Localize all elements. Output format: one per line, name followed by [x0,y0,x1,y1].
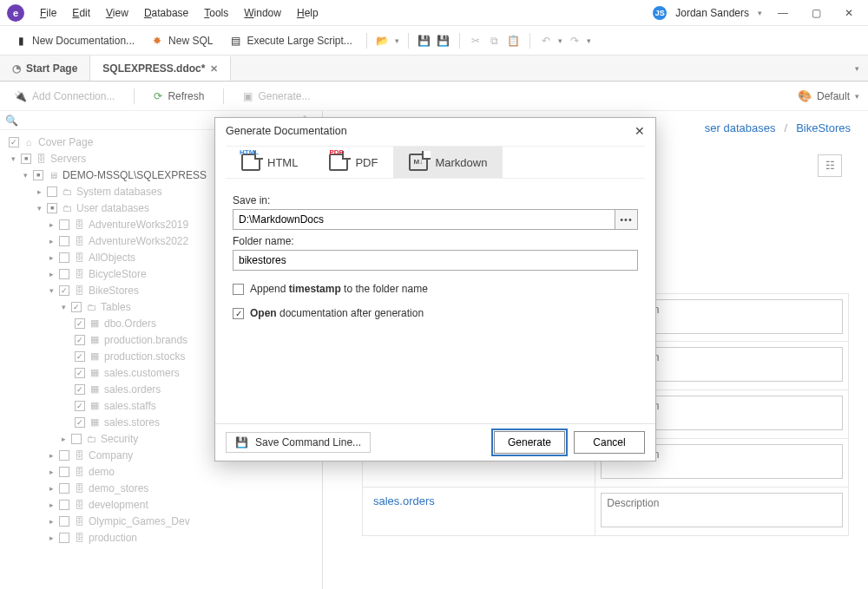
browse-button[interactable]: ••• [615,209,638,230]
expand-icon[interactable]: ▸ [47,253,56,262]
tab-overflow-icon[interactable]: ▾ [855,64,859,73]
new-sql-button[interactable]: ✸ New SQL [145,30,218,51]
user-name[interactable]: Jordan Sanders [675,7,749,19]
expand-icon[interactable]: ▸ [47,237,56,245]
theme-selector[interactable]: 🎨 Default ▾ [798,89,859,103]
checkbox[interactable] [59,500,69,510]
format-markdown-label: Markdown [435,156,487,169]
checkbox[interactable] [33,170,43,180]
window-close-button[interactable]: ✕ [837,4,861,22]
tree-db-development[interactable]: ▸🗄development [5,496,322,513]
copy-icon[interactable]: ⧉ [488,34,502,48]
undo-icon[interactable]: ↶ [539,34,553,48]
expand-icon[interactable]: ▸ [47,270,56,278]
window-maximize-button[interactable]: ▢ [804,4,828,22]
checkbox[interactable] [71,434,82,444]
checkbox[interactable] [21,154,31,164]
checkbox[interactable] [59,450,69,461]
tab-close-icon[interactable]: ✕ [210,63,218,75]
tree-db-demo_stores[interactable]: ▸🗄demo_stores [5,480,322,496]
checkbox[interactable] [75,401,85,411]
expand-icon[interactable]: ▾ [21,171,30,180]
window-minimize-button[interactable]: — [771,4,795,22]
checkbox[interactable] [75,351,85,362]
open-dropdown-icon[interactable]: ▾ [395,36,399,45]
save-icon[interactable]: 💾 [418,34,431,48]
user-avatar[interactable]: JS [653,6,667,20]
cancel-button[interactable]: Cancel [574,431,645,454]
tree-db-production[interactable]: ▸🗄production [5,529,322,546]
checkbox[interactable] [59,483,69,494]
cut-icon[interactable]: ✂ [469,34,483,48]
dialog-close-button[interactable]: ✕ [635,124,645,138]
menu-file[interactable]: File [33,3,63,23]
append-timestamp-row[interactable]: Append timestamp to the folder name [233,283,638,295]
expand-icon[interactable]: ▸ [47,484,56,493]
expand-icon[interactable]: ▸ [47,220,56,229]
checkbox[interactable] [59,467,69,477]
menu-help[interactable]: Help [290,3,326,23]
server-icon: 🗄 [35,154,47,164]
separator [529,33,530,49]
database-icon: 🗄 [73,516,85,527]
generate-confirm-button[interactable]: Generate [494,431,565,454]
expand-icon[interactable]: ▸ [59,435,68,443]
open-after-checkbox[interactable] [233,308,244,319]
expand-icon[interactable]: ▸ [47,451,56,460]
checkbox[interactable] [75,384,85,395]
checkbox[interactable] [59,269,69,279]
checkbox[interactable] [71,302,82,312]
checkbox[interactable] [47,187,57,197]
checkbox[interactable] [47,203,57,213]
expand-icon[interactable]: ▸ [47,468,56,476]
checkbox[interactable] [9,137,19,147]
expand-icon[interactable]: ▸ [47,533,56,542]
save-in-input[interactable] [233,209,615,230]
checkbox[interactable] [75,318,85,329]
save-command-line-button[interactable]: 💾 Save Command Line... [226,432,371,453]
add-connection-button[interactable]: 🔌 Add Connection... [9,88,120,105]
tree-db-olympic_games_dev[interactable]: ▸🗄Olympic_Games_Dev [5,513,322,529]
checkbox[interactable] [59,252,69,263]
checkbox[interactable] [59,516,69,527]
redo-dropdown-icon[interactable]: ▾ [587,36,591,45]
menu-view[interactable]: View [99,3,135,23]
format-tab-markdown[interactable]: M↓ Markdown [393,147,503,178]
checkbox[interactable] [59,219,69,230]
paste-icon[interactable]: 📋 [507,34,521,48]
open-after-row[interactable]: Open documentation after generation [233,307,638,319]
generate-button[interactable]: ▣ Generate... [238,88,315,105]
tab-sqlexpress-ddoc[interactable]: SQLEXPRESS.ddoc* ✕ [90,56,231,81]
menu-tools[interactable]: Tools [197,3,235,23]
expand-icon[interactable]: ▾ [35,204,43,213]
refresh-button[interactable]: ⟳ Refresh [148,88,209,105]
expand-icon[interactable]: ▸ [47,501,56,509]
expand-icon[interactable]: ▸ [47,517,56,526]
expand-icon[interactable]: ▸ [35,187,43,196]
menu-edit[interactable]: Edit [65,3,97,23]
tree-db-demo[interactable]: ▸🗄demo [5,463,322,480]
undo-dropdown-icon[interactable]: ▾ [558,36,562,45]
format-tab-html[interactable]: HTML HTML [226,147,313,178]
expand-icon[interactable]: ▾ [9,154,17,163]
save-all-icon[interactable]: 💾 [437,34,450,48]
checkbox[interactable] [75,335,85,345]
format-tab-pdf[interactable]: PDF PDF [313,147,393,178]
menu-window[interactable]: Window [237,3,288,23]
expand-icon[interactable]: ▾ [59,303,68,311]
user-dropdown-icon[interactable]: ▾ [758,9,762,17]
checkbox[interactable] [75,368,85,378]
redo-icon[interactable]: ↷ [568,34,582,48]
menu-database[interactable]: Database [137,3,195,23]
checkbox[interactable] [59,236,69,246]
expand-icon[interactable]: ▾ [47,286,56,295]
checkbox[interactable] [75,417,85,428]
append-timestamp-checkbox[interactable] [233,284,244,295]
execute-large-script-button[interactable]: ▤ Execute Large Script... [223,30,357,51]
tab-start-page[interactable]: ◔ Start Page [0,56,90,81]
checkbox[interactable] [59,285,69,296]
new-documentation-button[interactable]: ▮ New Documentation... [9,30,140,51]
folder-name-input[interactable] [233,250,638,271]
checkbox[interactable] [59,533,69,543]
open-icon[interactable]: 📂 [376,34,390,48]
